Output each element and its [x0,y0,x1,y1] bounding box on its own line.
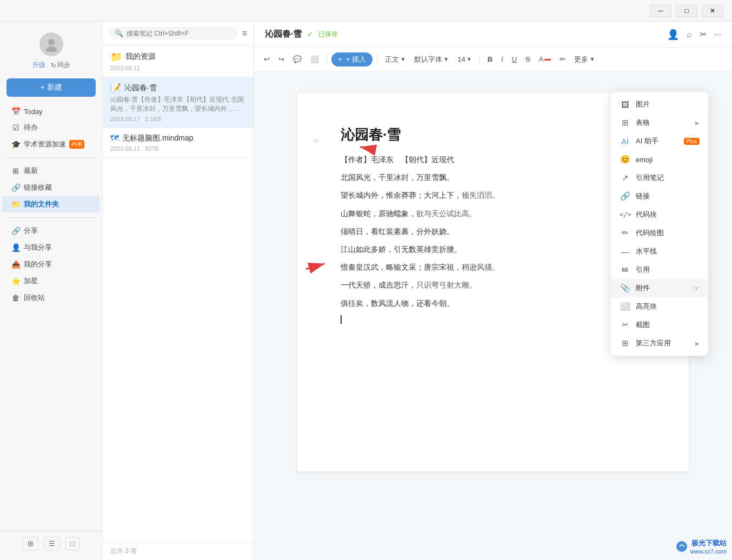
academic-badge: 内测 [69,140,84,149]
italic-button[interactable]: I [498,53,507,65]
search-doc-button[interactable]: ⌕ [687,30,692,39]
doc-paragraph-5: 江山如此多娇，引无数英雄竞折腰。 [341,243,646,256]
avatar[interactable] [39,32,63,56]
menu-item-ai[interactable]: AI AI 助手 Plus [611,132,708,150]
menu-item-third-party[interactable]: ⊞ 第三方应用 ▶ [611,334,708,352]
highlight-block-icon: ⬜ [620,302,630,311]
dropdown-icon: ▼ [400,56,405,62]
view-list-btn[interactable]: ☰ [44,537,60,550]
toolbar-divider-3 [480,54,480,65]
upload-icon: 📤 [11,260,21,269]
view-grid-btn[interactable]: ⊞ [23,537,38,550]
menu-item-quote-note[interactable]: ↗ 引用笔记 [611,169,708,187]
search-icon: 🔍 [115,29,123,37]
underline-button[interactable]: U [509,53,520,65]
sidebar-item-recent[interactable]: ⊞ 最新 [2,163,100,179]
view-card-btn[interactable]: □ [65,537,79,550]
file-item-title: 沁园春·雪 [124,83,157,93]
bold-button[interactable]: B [484,53,496,65]
hr-menu-icon: — [620,247,630,256]
menu-item-quote[interactable]: 66 引用 [611,261,708,279]
close-button[interactable]: ✕ [702,4,723,17]
calendar-icon: 📅 [11,107,21,116]
file-item-meta: 2023.08.11 827B [110,145,246,152]
menu-item-label: 代码块 [636,210,700,219]
menu-item-highlight-block[interactable]: ⬜ 高亮块 [611,297,708,316]
file-item-date: 2023.08.11 [110,65,246,71]
maximize-button[interactable]: □ [676,4,697,17]
file-item-preview: 沁园春·雪【作者】毛泽东【朝代】近现代 北国风光，千里冰封，万里雪飘，望长城内外… [110,95,246,114]
ai-menu-icon: AI [620,137,630,146]
sidebar-item-today[interactable]: 📅 Today [2,104,100,119]
sidebar-item-shared-with-me[interactable]: 👤 与我分享 [2,239,100,256]
sidebar-item-trash[interactable]: 🗑 回收站 [2,290,100,306]
minimize-button[interactable]: ─ [650,4,671,17]
mindmap-item-icon: 🗺 [110,134,119,143]
quote-menu-icon: 66 [620,266,630,273]
menu-item-image[interactable]: 🖼 图片 [611,95,708,114]
saved-icon: ✓ [307,30,313,38]
font-size-btn[interactable]: 14 ▼ [454,53,475,65]
svg-point-1 [46,46,57,52]
strikethrough-button[interactable]: S [522,53,534,65]
star-icon: ⭐ [11,277,21,285]
font-color-button[interactable]: A [536,53,555,65]
menu-item-link[interactable]: 🔗 链接 [611,187,708,205]
menu-item-label: AI 助手 [636,136,678,146]
share-doc-button[interactable]: 👤 [667,29,679,41]
menu-icon[interactable]: ≡ [242,29,247,38]
share-icon: 🔗 [11,226,21,235]
menu-item-code-draw[interactable]: ✏ 代码绘图 [611,224,708,242]
font-btn[interactable]: 默认字体 ▼ [411,52,452,66]
highlight-button[interactable]: ✏ [556,53,569,65]
doc-paragraph-4: 须晴日，看红装素裹，分外妖娆。 [341,225,646,238]
sidebar-item-my-folder[interactable]: 📁 我的文件夹 [2,196,100,212]
scissors-button[interactable]: ✂ [700,29,707,39]
new-button[interactable]: + 新建 [6,78,96,97]
menu-item-label: 水平线 [636,246,700,256]
menu-item-screenshot[interactable]: ✂ 截图 [611,316,708,334]
menu-item-hr[interactable]: — 水平线 [611,242,708,261]
cursor [341,315,342,324]
menu-item-attachment[interactable]: 📎 附件 ☞ [611,279,708,297]
list-item[interactable]: 📁 我的资源 2023.08.11 [103,45,254,77]
menu-item-label: 附件 [636,283,688,293]
sidebar-item-share[interactable]: 🔗 分享 [2,223,100,239]
sync-button[interactable]: ↻ 同步 [51,61,70,70]
menu-item-code-block[interactable]: </> 代码块 [611,205,708,224]
upgrade-link[interactable]: 升级 [32,61,45,70]
comment-button[interactable]: 💬 [290,53,305,65]
trash-icon: 🗑 [11,294,21,302]
search-input[interactable] [127,30,232,37]
eraser-button[interactable]: ⬜ [307,53,322,65]
sidebar-item-starred[interactable]: ⭐ 加星 [2,273,100,289]
menu-item-label: 链接 [636,191,700,201]
watermark-line1: 极光下载站 [690,538,727,548]
text-style-btn[interactable]: 正文 ▼ [382,52,409,66]
search-box[interactable]: 🔍 [109,27,238,39]
menu-item-label: 截图 [636,320,700,330]
sync-icon: ↻ [51,62,56,69]
menu-item-emoji[interactable]: 😊 emoji [611,150,708,169]
undo-button[interactable]: ↩ [261,53,273,65]
maximize-icon: □ [684,7,688,15]
list-item[interactable]: 🗺 无标题脑图.mindmap 2023.08.11 827B [103,128,254,158]
more-toolbar-button[interactable]: 更多 ▼ [571,52,598,66]
third-party-icon: ⊞ [620,338,630,348]
redo-button[interactable]: ↪ [275,53,288,65]
more-options-button[interactable]: ··· [714,30,721,39]
sidebar-item-links[interactable]: 🔗 链接收藏 [2,179,100,196]
sidebar-item-my-share[interactable]: 📤 我的分享 [2,256,100,272]
menu-item-table[interactable]: ⊞ 表格 ▶ [611,114,708,132]
doc-paragraph-0: 【作者】毛泽东 【朝代】近现代 [341,153,646,166]
insert-button[interactable]: + + 插入 [331,52,372,66]
sidebar-item-academic[interactable]: 🎓 学术资源加速 内测 [2,136,100,152]
doc-paragraph-8: 俱往矣，数风流人物，还看今朝。 [341,297,646,310]
academic-icon: 🎓 [11,140,21,149]
menu-item-label: 引用笔记 [636,173,700,183]
sidebar-item-todo[interactable]: ☑ 待办 [2,119,100,136]
svg-point-0 [48,39,55,45]
toolbar-divider [327,54,327,65]
list-item[interactable]: 📝 沁园春·雪 沁园春·雪【作者】毛泽东【朝代】近现代 北国风光，千里冰封，万里… [103,77,254,128]
attachment-menu-icon: 📎 [620,283,630,293]
